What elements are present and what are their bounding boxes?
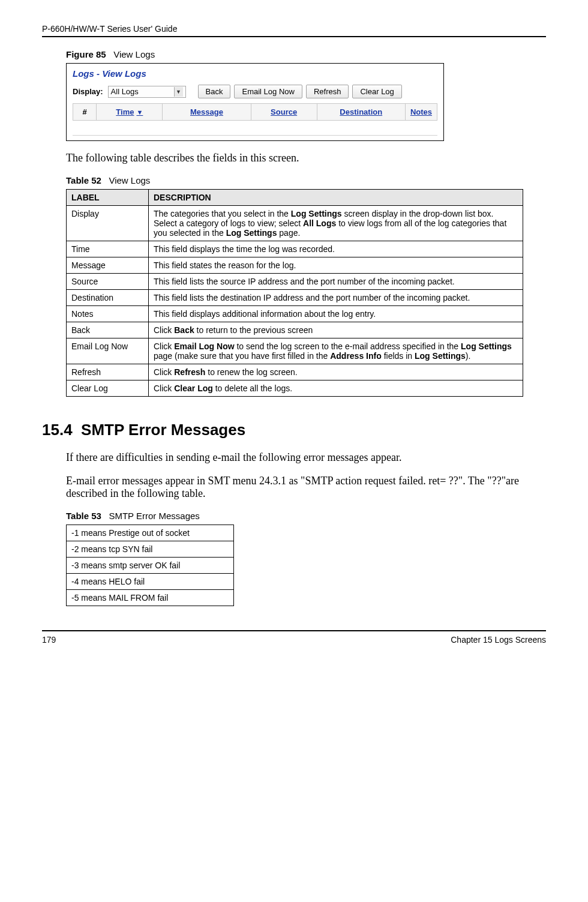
- cell-desc: This field lists the source IP address a…: [149, 274, 523, 290]
- section-paragraph-2: E-mail error messages appear in SMT menu…: [66, 475, 546, 500]
- screenshot-window-title: Logs - View Logs: [67, 64, 443, 81]
- cell-label: Clear Log: [67, 380, 149, 397]
- table-row: Source This field lists the source IP ad…: [67, 274, 523, 290]
- table52-caption-text: View Logs: [109, 175, 150, 185]
- page-number: 179: [42, 635, 56, 645]
- figure-label: Figure 85: [66, 49, 106, 59]
- table-header-row: LABEL DESCRIPTION: [67, 190, 523, 206]
- page-footer: 179 Chapter 15 Logs Screens: [42, 630, 546, 645]
- table-row: Refresh Click Refresh to renew the log s…: [67, 364, 523, 380]
- section-number: 15.4: [42, 421, 73, 439]
- cell-desc: The categories that you select in the Lo…: [149, 206, 523, 241]
- table-row: -1 means Prestige out of socket: [67, 525, 234, 541]
- col-source[interactable]: Source: [251, 104, 317, 120]
- figure-caption-text: View Logs: [113, 49, 155, 59]
- cell-desc: This field states the reason for the log…: [149, 257, 523, 274]
- table-row: Clear Log Click Clear Log to delete all …: [67, 380, 523, 397]
- cell: -2 means tcp SYN fail: [67, 541, 234, 558]
- cell-desc: Click Email Log Now to send the log scre…: [149, 338, 523, 364]
- log-table-body-empty: [67, 125, 443, 133]
- screenshot-toolbar: Display: All Logs ▼ Back Email Log Now R…: [67, 81, 443, 103]
- cell: -1 means Prestige out of socket: [67, 525, 234, 541]
- cell-label: Notes: [67, 306, 149, 322]
- intro-paragraph: The following table describes the fields…: [66, 152, 546, 164]
- refresh-button[interactable]: Refresh: [306, 85, 349, 98]
- clear-log-button[interactable]: Clear Log: [352, 85, 401, 98]
- cell-desc: This field displays the time the log was…: [149, 241, 523, 257]
- screenshot-view-logs: Logs - View Logs Display: All Logs ▼ Bac…: [66, 63, 444, 141]
- cell: -4 means HELO fail: [67, 574, 234, 590]
- cell-label: Source: [67, 274, 149, 290]
- col-notes[interactable]: Notes: [406, 104, 437, 120]
- col-message[interactable]: Message: [163, 104, 251, 120]
- table-row: Destination This field lists the destina…: [67, 290, 523, 306]
- table-row: -5 means MAIL FROM fail: [67, 590, 234, 606]
- display-select[interactable]: All Logs ▼: [108, 86, 186, 98]
- cell-label: Refresh: [67, 364, 149, 380]
- cell-desc: Click Refresh to renew the log screen.: [149, 364, 523, 380]
- table-row: Display The categories that you select i…: [67, 206, 523, 241]
- section-title: SMTP Error Messages: [81, 421, 245, 439]
- table53-caption: Table 53 SMTP Error Messages: [66, 511, 546, 521]
- display-select-value: All Logs: [111, 87, 139, 96]
- cell-desc: Click Clear Log to delete all the logs.: [149, 380, 523, 397]
- table-row: -4 means HELO fail: [67, 574, 234, 590]
- email-log-now-button[interactable]: Email Log Now: [234, 85, 302, 98]
- back-button[interactable]: Back: [198, 85, 231, 98]
- cell-desc: Click Back to return to the previous scr…: [149, 322, 523, 338]
- table-row: Back Click Back to return to the previou…: [67, 322, 523, 338]
- table-row: Email Log Now Click Email Log Now to sen…: [67, 338, 523, 364]
- table52: LABEL DESCRIPTION Display The categories…: [66, 189, 523, 397]
- th-label: LABEL: [67, 190, 149, 206]
- display-label: Display:: [73, 87, 103, 96]
- section-heading: 15.4 SMTP Error Messages: [42, 421, 546, 439]
- running-header: P-660H/HW/W-T Series User' Guide: [42, 24, 546, 34]
- cell-desc: This field displays additional informati…: [149, 306, 523, 322]
- cell-label: Time: [67, 241, 149, 257]
- sort-descending-icon: ▼: [136, 109, 143, 116]
- chevron-down-icon: ▼: [174, 87, 183, 97]
- table53-caption-text: SMTP Error Messages: [109, 511, 199, 521]
- col-hash[interactable]: #: [73, 104, 97, 120]
- cell-desc: This field lists the destination IP addr…: [149, 290, 523, 306]
- table53: -1 means Prestige out of socket -2 means…: [66, 525, 234, 606]
- table-row: -3 means smtp server OK fail: [67, 558, 234, 574]
- th-description: DESCRIPTION: [149, 190, 523, 206]
- screenshot-bottom-rule: [73, 135, 437, 136]
- table-row: -2 means tcp SYN fail: [67, 541, 234, 558]
- col-destination[interactable]: Destination: [317, 104, 406, 120]
- col-time-label: Time: [116, 107, 134, 116]
- table53-label: Table 53: [66, 511, 101, 521]
- col-time[interactable]: Time▼: [97, 104, 163, 120]
- table52-caption: Table 52 View Logs: [66, 175, 546, 185]
- cell-label: Email Log Now: [67, 338, 149, 364]
- cell-label: Message: [67, 257, 149, 274]
- section-paragraph-1: If there are difficulties in sending e-m…: [66, 451, 546, 464]
- table-row: Time This field displays the time the lo…: [67, 241, 523, 257]
- table-row: Message This field states the reason for…: [67, 257, 523, 274]
- header-rule: [42, 36, 546, 37]
- log-table-header: # Time▼ Message Source Destination Notes: [73, 103, 437, 121]
- cell-label: Back: [67, 322, 149, 338]
- cell-label: Destination: [67, 290, 149, 306]
- cell-label: Display: [67, 206, 149, 241]
- cell: -3 means smtp server OK fail: [67, 558, 234, 574]
- table52-label: Table 52: [66, 175, 101, 185]
- figure-caption: Figure 85 View Logs: [66, 49, 546, 59]
- chapter-label: Chapter 15 Logs Screens: [451, 635, 546, 645]
- cell: -5 means MAIL FROM fail: [67, 590, 234, 606]
- table-row: Notes This field displays additional inf…: [67, 306, 523, 322]
